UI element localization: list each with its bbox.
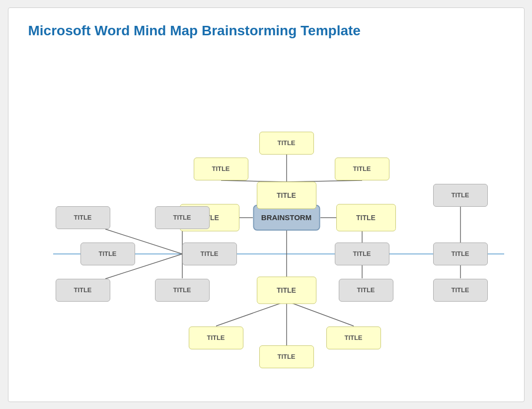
node-right-center[interactable]: TITLE	[335, 243, 389, 265]
page-container: Microsoft Word Mind Map Brainstorming Te…	[8, 7, 525, 402]
node-right2-bot[interactable]: TITLE	[433, 279, 488, 302]
page-title: Microsoft Word Mind Map Brainstorming Te…	[28, 23, 504, 39]
node-right-bot[interactable]: TITLE	[339, 279, 393, 302]
svg-line-10	[287, 301, 354, 326]
node-right2-mid[interactable]: TITLE	[433, 184, 488, 207]
node-far-left-bot[interactable]: TITLE	[56, 279, 110, 302]
node-right2-center[interactable]: TITLE	[433, 243, 488, 265]
node-left2-mid[interactable]: TITLE	[155, 279, 210, 302]
node-bot-center[interactable]: TITLE	[257, 276, 316, 304]
node-far-left-top[interactable]: TITLE	[56, 206, 110, 229]
node-left2-top[interactable]: TITLE	[155, 206, 210, 229]
node-bot-bottom[interactable]: TITLE	[259, 345, 314, 368]
svg-line-9	[216, 301, 287, 326]
node-bot-right[interactable]: TITLE	[326, 327, 381, 349]
node-top-center[interactable]: TITLE	[259, 132, 314, 155]
node-right-mid[interactable]: TITLE	[336, 204, 396, 231]
node-top-left[interactable]: TITLE	[194, 158, 248, 180]
node-bot-left[interactable]: TITLE	[189, 327, 243, 349]
node-mid-top[interactable]: TITLE	[257, 181, 316, 209]
node-far-left-mid[interactable]: TITLE	[80, 243, 135, 265]
node-top-right[interactable]: TITLE	[335, 158, 389, 180]
node-left-center[interactable]: TITLE	[182, 243, 237, 265]
diagram-area: BRAINSTORM TITLE TITLE TITLE TITLE TITLE…	[28, 49, 504, 387]
